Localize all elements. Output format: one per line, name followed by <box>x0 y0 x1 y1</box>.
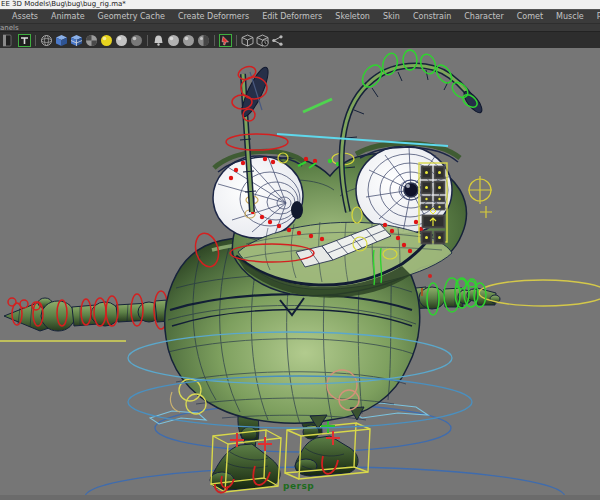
smooth-shade-icon[interactable] <box>55 34 68 47</box>
xray-icon[interactable] <box>241 34 254 47</box>
wireframe-on-shaded-icon[interactable] <box>70 34 83 47</box>
menu-item-assets[interactable]: Assets <box>12 12 38 21</box>
shadows-icon[interactable] <box>152 34 165 47</box>
menu-item-skeleton[interactable]: Skeleton <box>335 12 370 21</box>
menu-item-character[interactable]: Character <box>464 12 504 21</box>
toolbar-separator <box>35 35 36 46</box>
screen-space-ao-icon[interactable] <box>167 34 180 47</box>
viewport-canvas[interactable] <box>0 48 600 500</box>
viewport[interactable]: persp <box>0 48 600 500</box>
single-pane-layout-icon[interactable] <box>18 34 31 47</box>
isolate-select-icon[interactable] <box>219 34 232 47</box>
menu-item-skin[interactable]: Skin <box>383 12 400 21</box>
viewport-bottom-edge <box>0 495 600 500</box>
menu-item-edit-deformers[interactable]: Edit Deformers <box>262 12 322 21</box>
menu-item-create-deformers[interactable]: Create Deformers <box>178 12 249 21</box>
motion-blur-icon[interactable] <box>182 34 195 47</box>
wireframe-mode-icon[interactable] <box>40 34 53 47</box>
menu-item-constrain[interactable]: Constrain <box>413 12 451 21</box>
menu-item-animate[interactable]: Animate <box>51 12 85 21</box>
window-title: EE 3D Models\Bug\bug\bug_rig.ma* <box>1 0 126 8</box>
window-titlebar: EE 3D Models\Bug\bug\bug_rig.ma* <box>0 0 600 9</box>
multisample-icon[interactable] <box>197 34 210 47</box>
panels-menu[interactable]: anels <box>0 24 19 32</box>
panel-edge-icon[interactable] <box>3 34 16 47</box>
viewport-toolbar <box>0 31 600 48</box>
textured-mode-icon[interactable] <box>85 34 98 47</box>
toolbar-separator <box>147 35 148 46</box>
right-hand-control-circle[interactable] <box>479 280 600 306</box>
default-lighting-icon[interactable] <box>115 34 128 47</box>
toolbar-separator <box>236 35 237 46</box>
panel-menu-row: anels <box>0 23 600 31</box>
menu-item-geometry-cache[interactable]: Geometry Cache <box>98 12 165 21</box>
camera-label: persp <box>283 481 314 491</box>
no-lighting-icon[interactable] <box>130 34 143 47</box>
xray-joints-icon[interactable] <box>256 34 269 47</box>
menu-item-muscle[interactable]: Muscle <box>556 12 584 21</box>
menu-item-comet[interactable]: Comet <box>517 12 543 21</box>
toolbar-separator <box>214 35 215 46</box>
eye-aim-line[interactable] <box>277 134 448 146</box>
use-all-lights-icon[interactable] <box>100 34 113 47</box>
maya-window: EE 3D Models\Bug\bug\bug_rig.ma* AssetsA… <box>0 0 600 500</box>
plugin-objects-icon[interactable] <box>271 34 284 47</box>
main-menu-bar: AssetsAnimateGeometry CacheCreate Deform… <box>0 9 600 23</box>
